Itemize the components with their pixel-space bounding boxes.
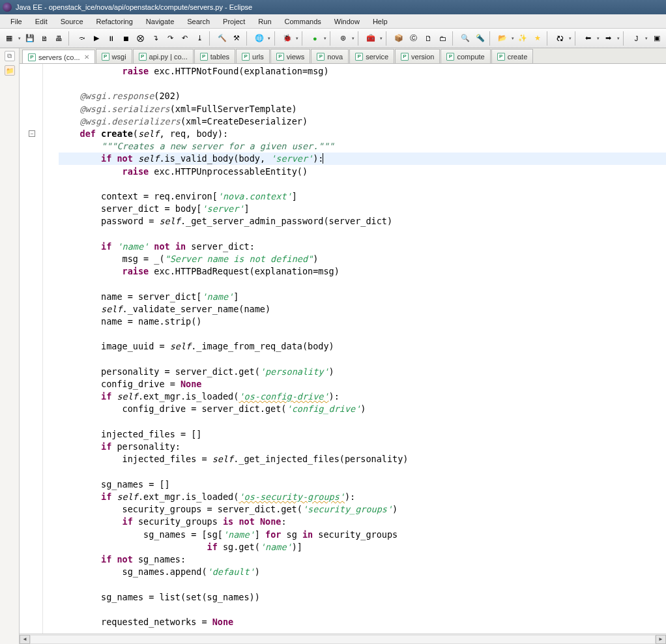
tab-label: service [366, 53, 388, 61]
scroll-track[interactable] [30, 635, 656, 644]
bug-button[interactable]: 🐞 [280, 31, 294, 46]
menu-commands[interactable]: Commands [278, 16, 328, 27]
menu-run[interactable]: Run [252, 16, 278, 27]
editor-tab-0[interactable]: Pservers (co...✕ [22, 50, 95, 64]
print-button[interactable]: 🖶 [53, 31, 66, 46]
sync-dropdown-icon[interactable]: ▾ [568, 36, 573, 41]
editor-tab-7[interactable]: Pservice [349, 49, 394, 63]
sync-button[interactable]: 🗘 [553, 31, 567, 46]
tab-label: nova [327, 53, 343, 61]
menu-window[interactable]: Window [328, 16, 366, 27]
editor-tab-6[interactable]: Pnova [311, 49, 349, 63]
dbg-stop-button[interactable]: ⏹ [119, 31, 133, 46]
menu-file[interactable]: File [4, 16, 29, 27]
persp-j-dropdown-icon[interactable]: ▾ [644, 36, 649, 41]
tools-button[interactable]: 🧰 [364, 31, 378, 46]
editor-tab-5[interactable]: Pviews [270, 49, 311, 63]
code-editor[interactable]: raise exc.HTTPNotFound(explanation=msg) … [59, 64, 666, 634]
python-file-icon: P [317, 53, 325, 61]
dbg-stepo-button[interactable]: ↷ [164, 31, 177, 46]
tools-dropdown-icon[interactable]: ▾ [379, 36, 383, 41]
python-file-icon: P [355, 53, 363, 61]
python-file-icon: P [446, 53, 454, 61]
dbg-stepr-button[interactable]: ↶ [178, 31, 192, 46]
folding-ruler: − [43, 64, 59, 634]
editor-tab-2[interactable]: Papi.py | co... [133, 49, 194, 63]
bug-dropdown-icon[interactable]: ▾ [295, 36, 300, 41]
newcls-button[interactable]: Ⓒ [407, 31, 420, 46]
editor-tab-8[interactable]: Pversion [395, 49, 440, 63]
dbg-pause-button[interactable]: ⏸ [104, 31, 118, 46]
tab-label: tables [210, 53, 229, 61]
tab-label: create [508, 53, 528, 61]
editor-tab-4[interactable]: Purls [236, 49, 270, 63]
new-button[interactable]: ▦ [3, 31, 16, 46]
tab-label: wsgi [112, 53, 126, 61]
star-button[interactable]: ★ [531, 31, 545, 46]
annotation-ruler [20, 64, 43, 634]
package-explorer-icon[interactable]: 📁 [5, 65, 15, 76]
wand-button[interactable]: ✨ [516, 31, 530, 46]
newfile-button[interactable]: 🗋 [422, 31, 435, 46]
editor-tab-1[interactable]: Pwsgi [96, 49, 132, 63]
globe-button[interactable]: 🌐 [252, 31, 266, 46]
new-dropdown-icon[interactable]: ▾ [18, 36, 22, 41]
window-titlebar: Java EE - openstack_ice/nova/api/opensta… [0, 0, 666, 14]
left-trim: ⧉ 📁 [0, 48, 20, 644]
saveall-button[interactable]: 🗎 [38, 31, 51, 46]
restore-view-icon[interactable]: ⧉ [5, 51, 15, 61]
build-button[interactable]: 🔨 [215, 31, 229, 46]
save-button[interactable]: 💾 [23, 31, 36, 46]
menu-source[interactable]: Source [54, 16, 90, 27]
globe-dropdown-icon[interactable]: ▾ [267, 36, 272, 41]
menu-refactoring[interactable]: Refactoring [90, 16, 139, 27]
open-dropdown-icon[interactable]: ▾ [511, 36, 515, 41]
menu-search[interactable]: Search [181, 16, 216, 27]
tab-label: urls [252, 53, 264, 61]
menu-help[interactable]: Help [366, 16, 394, 27]
back-button[interactable]: ⬅ [581, 31, 595, 46]
dbg-skip-button[interactable]: ⤼ [75, 31, 89, 46]
python-file-icon: P [497, 53, 505, 61]
menu-edit[interactable]: Edit [29, 16, 54, 27]
editor-tab-3[interactable]: Ptables [194, 49, 235, 63]
back-dropdown-icon[interactable]: ▾ [596, 36, 601, 41]
search-button[interactable]: 🔍 [459, 31, 472, 46]
horizontal-scrollbar[interactable]: ◄ ► [20, 634, 666, 644]
run-dropdown-icon[interactable]: ▾ [323, 36, 328, 41]
fwd-dropdown-icon[interactable]: ▾ [616, 36, 621, 41]
python-file-icon: P [200, 53, 208, 61]
scroll-left-icon[interactable]: ◄ [20, 635, 30, 644]
runext-button[interactable]: ⊛ [336, 31, 350, 46]
editor-tab-10[interactable]: Pcreate [491, 49, 534, 63]
menu-project[interactable]: Project [216, 16, 252, 27]
persp-j-button[interactable]: J [630, 31, 643, 46]
python-file-icon: P [139, 53, 147, 61]
fwd-button[interactable]: ➡ [601, 31, 615, 46]
tab-label: version [411, 53, 434, 61]
dbg-drop-button[interactable]: ⤓ [193, 31, 207, 46]
python-file-icon: P [28, 53, 36, 61]
open-button[interactable]: 📂 [496, 31, 510, 46]
python-file-icon: P [102, 53, 109, 61]
editor-tab-9[interactable]: Pcompute [441, 49, 490, 63]
buildall-button[interactable]: ⚒ [230, 31, 244, 46]
run-button[interactable]: ● [308, 31, 322, 46]
dbg-disc-button[interactable]: ⨂ [134, 31, 147, 46]
fold-toggle-icon[interactable]: − [29, 130, 35, 137]
tab-label: servers (co... [38, 53, 80, 61]
close-tab-icon[interactable]: ✕ [84, 53, 89, 61]
dbg-stepi-button[interactable]: ↴ [149, 31, 162, 46]
eclipse-icon [3, 3, 12, 12]
dbg-resume-button[interactable]: ▶ [89, 31, 103, 46]
newpkg-button[interactable]: 📦 [392, 31, 406, 46]
menu-navigate[interactable]: Navigate [139, 16, 181, 27]
runext-dropdown-icon[interactable]: ▾ [351, 36, 356, 41]
persp-d-button[interactable]: ▣ [650, 31, 663, 46]
newfold-button[interactable]: 🗀 [437, 31, 450, 46]
tab-label: views [287, 53, 305, 61]
scroll-right-icon[interactable]: ► [656, 635, 666, 644]
torch-button[interactable]: 🔦 [474, 31, 487, 46]
main-toolbar: ▦▾💾🗎🖶⤼▶⏸⏹⨂↴↷↶⤓🔨⚒🌐▾🐞▾●▾⊛▾🧰▾📦Ⓒ🗋🗀🔍🔦📂▾✨★🗘▾⬅▾… [0, 29, 666, 48]
main-menu: FileEditSourceRefactoringNavigateSearchP… [0, 14, 666, 29]
